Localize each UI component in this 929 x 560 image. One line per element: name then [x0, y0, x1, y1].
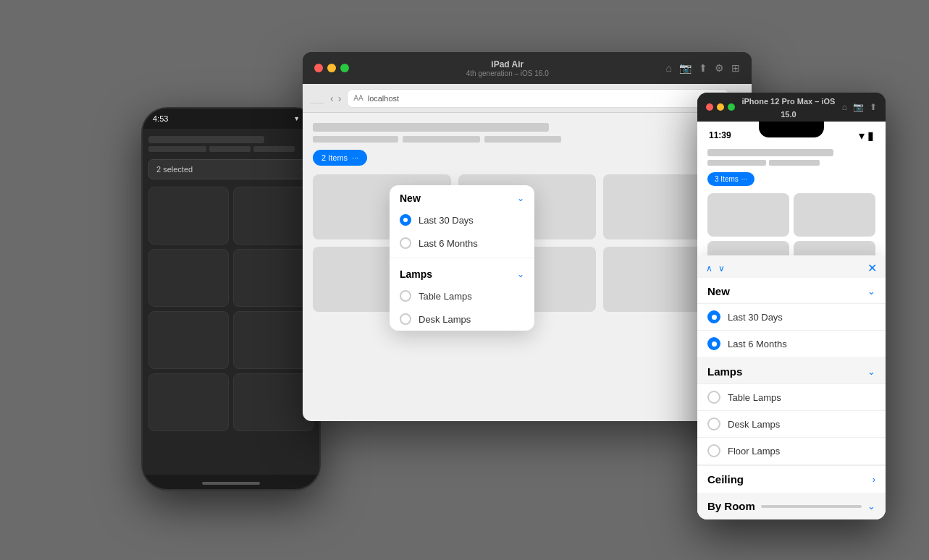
ipad-filter-pill[interactable]: 2 Items ··· [313, 150, 367, 166]
close-button[interactable] [314, 64, 323, 72]
ipad-toolbar-icons: ⌂ 📷 ⬆ ⚙ ⊞ [666, 62, 740, 74]
android-grid [148, 187, 314, 431]
ipad-device-info: iPad Air 4th generation – iOS 16.0 [355, 59, 660, 77]
ipad-browser-bar: ‹ › AA localhost ··· [303, 84, 752, 113]
dropdown-radio-desklamps[interactable] [400, 313, 411, 325]
android-grid-item [148, 311, 229, 369]
header-line-3 [253, 146, 295, 152]
android-select[interactable]: 2 selected ▾ [148, 159, 314, 179]
android-grid-item [148, 187, 229, 245]
header-line [403, 136, 480, 143]
maximize-button[interactable] [340, 64, 349, 72]
panel-section-new-chevron: ⌄ [867, 286, 875, 297]
panel-radio-tablelamps[interactable] [707, 391, 720, 404]
panel-section-lamps-header[interactable]: Lamps ⌄ [697, 358, 886, 383]
dropdown-item-last6months[interactable]: Last 6 Months [390, 232, 534, 255]
traffic-lights [314, 64, 349, 72]
iphone-share-icon[interactable]: ⬆ [870, 102, 877, 112]
header-line [769, 160, 820, 166]
dropdown-radio-last30[interactable] [400, 214, 411, 226]
lamps-items-container: Table Lamps Desk Lamps Floor Lamps [697, 383, 886, 464]
settings-icon[interactable]: ⚙ [715, 62, 724, 74]
url-text: localhost [368, 94, 399, 103]
iphone-camera-icon[interactable]: 📷 [853, 102, 864, 112]
panel-label-desklamps: Desk Lamps [728, 419, 780, 430]
dropdown-item-tablelamps[interactable]: Table Lamps [390, 284, 534, 307]
dropdown-radio-tablelamps[interactable] [400, 290, 411, 302]
ipad-dropdown: New ⌄ Last 30 Days Last 6 Months Lamps ⌄ [390, 185, 534, 331]
iphone-traffic-lights [706, 103, 735, 111]
panel-radio-last30[interactable] [707, 310, 720, 323]
android-header-lines [148, 146, 314, 152]
panel-item-floorlamps[interactable]: Floor Lamps [697, 437, 886, 464]
back-button[interactable]: ‹ [330, 93, 334, 104]
dropdown-divider [390, 258, 534, 258]
ipad-titlebar: iPad Air 4th generation – iOS 16.0 ⌂ 📷 ⬆… [303, 52, 752, 84]
ipad-url-bar[interactable]: AA localhost [347, 89, 728, 108]
dropdown-label-desklamps: Desk Lamps [419, 314, 471, 325]
home-icon[interactable]: ⌂ [666, 62, 672, 74]
ipad-app-header [313, 123, 741, 143]
panel-label-floorlamps: Floor Lamps [728, 446, 780, 457]
panel-radio-last6months[interactable] [707, 337, 720, 350]
dropdown-label-last6months: Last 6 Months [419, 238, 478, 249]
camera-icon[interactable]: 📷 [679, 62, 692, 74]
panel-close-button[interactable]: ✕ [867, 261, 877, 275]
iphone-filter-label: 3 Items [715, 175, 739, 183]
ipad-window: iPad Air 4th generation – iOS 16.0 ⌂ 📷 ⬆… [303, 52, 752, 421]
panel-radio-desklamps[interactable] [707, 417, 720, 430]
dropdown-label-last30: Last 30 Days [419, 215, 474, 226]
dropdown-item-desklamps[interactable]: Desk Lamps [390, 307, 534, 331]
dropdown-chevron-new[interactable]: ⌄ [517, 193, 524, 203]
panel-section-new-header[interactable]: New ⌄ [697, 278, 886, 303]
ipad-device-name: iPad Air [355, 59, 660, 69]
panel-radio-floorlamps[interactable] [707, 444, 720, 457]
ipad-app-content: 2 Items ··· New ⌄ Last [303, 113, 752, 421]
iphone-home-icon[interactable]: ⌂ [842, 102, 847, 112]
wifi-icon: ▼ [293, 115, 300, 122]
iphone-close-button[interactable] [706, 103, 713, 111]
panel-label-last6months: Last 6 Months [728, 339, 787, 349]
android-home-indicator [202, 482, 260, 485]
iphone-filter-pill[interactable]: 3 Items ··· [707, 172, 754, 186]
panel-byroom-label: By Room [707, 500, 755, 512]
panel-label-last30: Last 30 Days [728, 312, 783, 323]
dropdown-radio-last6months[interactable] [400, 237, 411, 249]
iphone-panel: ∧ ∨ ✕ New ⌄ Last 30 Days Last 6 Months [697, 255, 886, 519]
android-status-bar: 4:53 ▼ ▼ [143, 109, 319, 129]
iphone-header-bar [707, 149, 833, 156]
dropdown-section-new-title: New [400, 192, 421, 204]
header-line-1 [148, 146, 206, 152]
iphone-device-title: iPhone 12 Pro Max – iOS 15.0 [739, 94, 838, 120]
panel-item-last6months[interactable]: Last 6 Months [697, 330, 886, 357]
share-icon[interactable]: ⬆ [699, 62, 707, 74]
minimize-button[interactable] [327, 64, 336, 72]
filter-pill-more: ··· [352, 153, 358, 162]
panel-byroom-row[interactable]: By Room ⌄ [697, 493, 886, 519]
iphone-header-lines [707, 160, 875, 166]
url-reader-icon: AA [353, 94, 363, 102]
iphone-filter-bar: 3 Items ··· [707, 171, 875, 186]
panel-item-tablelamps[interactable]: Table Lamps [697, 383, 886, 410]
ipad-device-sub: 4th generation – iOS 16.0 [355, 69, 660, 77]
iphone-maximize-button[interactable] [728, 103, 735, 111]
iphone-minimize-button[interactable] [717, 103, 724, 111]
iphone-status-icons: ▾ ▮ [859, 129, 874, 143]
sidebar-toggle[interactable] [310, 93, 324, 103]
dropdown-chevron-lamps[interactable]: ⌄ [517, 269, 524, 279]
dropdown-label-tablelamps: Table Lamps [419, 291, 472, 302]
panel-ceiling-row[interactable]: Ceiling › [697, 465, 886, 493]
panel-item-desklamps[interactable]: Desk Lamps [697, 410, 886, 437]
panel-byroom-chevron: ⌄ [867, 501, 875, 512]
panel-nav-up[interactable]: ∧ [706, 263, 712, 273]
header-line [484, 136, 562, 143]
dropdown-section-lamps: Lamps ⌄ [390, 261, 534, 284]
android-grid-item [148, 249, 229, 307]
panel-item-last30[interactable]: Last 30 Days [697, 303, 886, 330]
iphone-notch [759, 122, 824, 137]
panel-nav-down[interactable]: ∨ [718, 263, 725, 273]
ipad-screen: ‹ › AA localhost ··· 2 Items [303, 84, 752, 421]
dropdown-item-last30[interactable]: Last 30 Days [390, 208, 534, 232]
forward-button[interactable]: › [338, 93, 342, 104]
grid-icon[interactable]: ⊞ [731, 62, 740, 74]
